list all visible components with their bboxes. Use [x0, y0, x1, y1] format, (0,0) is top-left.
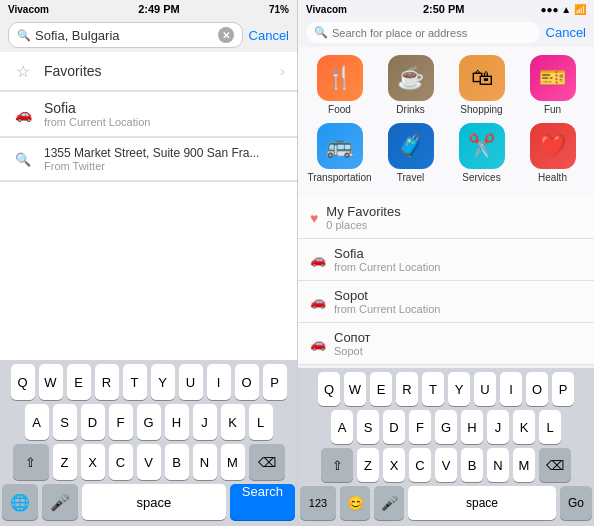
- sofia-item[interactable]: 🚗 Sofia from Current Location: [0, 92, 297, 137]
- r-key-s[interactable]: S: [357, 410, 379, 444]
- key-i[interactable]: I: [207, 364, 231, 400]
- key-m[interactable]: M: [221, 444, 245, 480]
- shift-key[interactable]: ⇧: [13, 444, 49, 480]
- key-f[interactable]: F: [109, 404, 133, 440]
- drinks-label: Drinks: [396, 104, 424, 115]
- r-key-g[interactable]: G: [435, 410, 457, 444]
- r-key-a[interactable]: A: [331, 410, 353, 444]
- cat-services[interactable]: ✂️ Services: [453, 123, 511, 183]
- r-keyboard-bottom-row: 123 😊 🎤 space Go: [300, 486, 592, 520]
- r-key-c[interactable]: C: [409, 448, 431, 482]
- right-search-input[interactable]: [332, 27, 532, 39]
- key-a[interactable]: A: [25, 404, 49, 440]
- cat-health[interactable]: ❤️ Health: [524, 123, 582, 183]
- left-battery: 71%: [269, 4, 289, 15]
- left-cancel-button[interactable]: Cancel: [249, 28, 289, 43]
- left-search-box[interactable]: 🔍 Sofia, Bulgaria ✕: [8, 22, 243, 48]
- r-key-k[interactable]: K: [513, 410, 535, 444]
- key-p[interactable]: P: [263, 364, 287, 400]
- right-search-bar: 🔍 Cancel: [298, 18, 594, 47]
- cat-food[interactable]: 🍴 Food: [311, 55, 369, 115]
- r-emoji-key[interactable]: 😊: [340, 486, 370, 520]
- r-key-x[interactable]: X: [383, 448, 405, 482]
- key-r[interactable]: R: [95, 364, 119, 400]
- my-favorites-item[interactable]: ♥ My Favorites 0 places: [298, 197, 594, 239]
- r-key-j[interactable]: J: [487, 410, 509, 444]
- left-search-input[interactable]: Sofia, Bulgaria: [35, 28, 214, 43]
- left-keyboard: Q W E R T Y U I O P A S D F G H J K L ⇧ …: [0, 360, 297, 526]
- r-key-b[interactable]: B: [461, 448, 483, 482]
- key-w[interactable]: W: [39, 364, 63, 400]
- r-key-t[interactable]: T: [422, 372, 444, 406]
- r-key-l[interactable]: L: [539, 410, 561, 444]
- r-key-w[interactable]: W: [344, 372, 366, 406]
- shopping-label: Shopping: [460, 104, 502, 115]
- r-key-f[interactable]: F: [409, 410, 431, 444]
- r-mic-key[interactable]: 🎤: [374, 486, 404, 520]
- r-key-p[interactable]: P: [552, 372, 574, 406]
- r-numbers-key[interactable]: 123: [300, 486, 336, 520]
- key-c[interactable]: C: [109, 444, 133, 480]
- key-x[interactable]: X: [81, 444, 105, 480]
- right-cancel-button[interactable]: Cancel: [546, 25, 586, 40]
- cat-travel[interactable]: 🧳 Travel: [382, 123, 440, 183]
- r-go-key[interactable]: Go: [560, 486, 592, 520]
- key-t[interactable]: T: [123, 364, 147, 400]
- key-n[interactable]: N: [193, 444, 217, 480]
- keyboard-bottom-row: 🌐 🎤 space Search: [2, 484, 295, 520]
- search-button[interactable]: Search: [230, 484, 295, 520]
- r-key-z[interactable]: Z: [357, 448, 379, 482]
- key-g[interactable]: G: [137, 404, 161, 440]
- sopot-title: Sopot: [334, 288, 582, 303]
- key-u[interactable]: U: [179, 364, 203, 400]
- r-key-v[interactable]: V: [435, 448, 457, 482]
- heart-icon: ♥: [310, 210, 318, 226]
- r-key-i[interactable]: I: [500, 372, 522, 406]
- key-q[interactable]: Q: [11, 364, 35, 400]
- cat-fun[interactable]: 🎫 Fun: [524, 55, 582, 115]
- right-sofia-title: Sofia: [334, 246, 582, 261]
- globe-key[interactable]: 🌐: [2, 484, 38, 520]
- r-key-o[interactable]: O: [526, 372, 548, 406]
- mic-key[interactable]: 🎤: [42, 484, 78, 520]
- key-o[interactable]: O: [235, 364, 259, 400]
- key-v[interactable]: V: [137, 444, 161, 480]
- r-key-u[interactable]: U: [474, 372, 496, 406]
- r-key-n[interactable]: N: [487, 448, 509, 482]
- r-shift-key[interactable]: ⇧: [321, 448, 353, 482]
- left-carrier: Vivacom: [8, 4, 49, 15]
- food-label: Food: [328, 104, 351, 115]
- market-street-item[interactable]: 🔍 1355 Market Street, Suite 900 San Fra.…: [0, 138, 297, 181]
- key-l[interactable]: L: [249, 404, 273, 440]
- cat-shopping[interactable]: 🛍 Shopping: [453, 55, 511, 115]
- delete-key[interactable]: ⌫: [249, 444, 285, 480]
- key-j[interactable]: J: [193, 404, 217, 440]
- key-k[interactable]: K: [221, 404, 245, 440]
- r-key-m[interactable]: M: [513, 448, 535, 482]
- space-key[interactable]: space: [82, 484, 226, 520]
- key-h[interactable]: H: [165, 404, 189, 440]
- cat-transportation[interactable]: 🚌 Transportation: [311, 123, 369, 183]
- drinks-icon: ☕: [388, 55, 434, 101]
- r-delete-key[interactable]: ⌫: [539, 448, 571, 482]
- sopot-cyrillic-item[interactable]: 🚗 Сопот Sopot: [298, 323, 594, 365]
- key-z[interactable]: Z: [53, 444, 77, 480]
- key-d[interactable]: D: [81, 404, 105, 440]
- right-sofia-item[interactable]: 🚗 Sofia from Current Location: [298, 239, 594, 281]
- r-key-d[interactable]: D: [383, 410, 405, 444]
- r-key-q[interactable]: Q: [318, 372, 340, 406]
- key-b[interactable]: B: [165, 444, 189, 480]
- key-e[interactable]: E: [67, 364, 91, 400]
- cat-drinks[interactable]: ☕ Drinks: [382, 55, 440, 115]
- left-clear-button[interactable]: ✕: [218, 27, 234, 43]
- favorites-item[interactable]: ☆ Favorites ›: [0, 52, 297, 91]
- sopot-item[interactable]: 🚗 Sopot from Current Location: [298, 281, 594, 323]
- r-key-h[interactable]: H: [461, 410, 483, 444]
- r-key-e[interactable]: E: [370, 372, 392, 406]
- r-key-r[interactable]: R: [396, 372, 418, 406]
- key-s[interactable]: S: [53, 404, 77, 440]
- r-key-y[interactable]: Y: [448, 372, 470, 406]
- right-search-box[interactable]: 🔍: [306, 22, 540, 43]
- r-space-key[interactable]: space: [408, 486, 556, 520]
- key-y[interactable]: Y: [151, 364, 175, 400]
